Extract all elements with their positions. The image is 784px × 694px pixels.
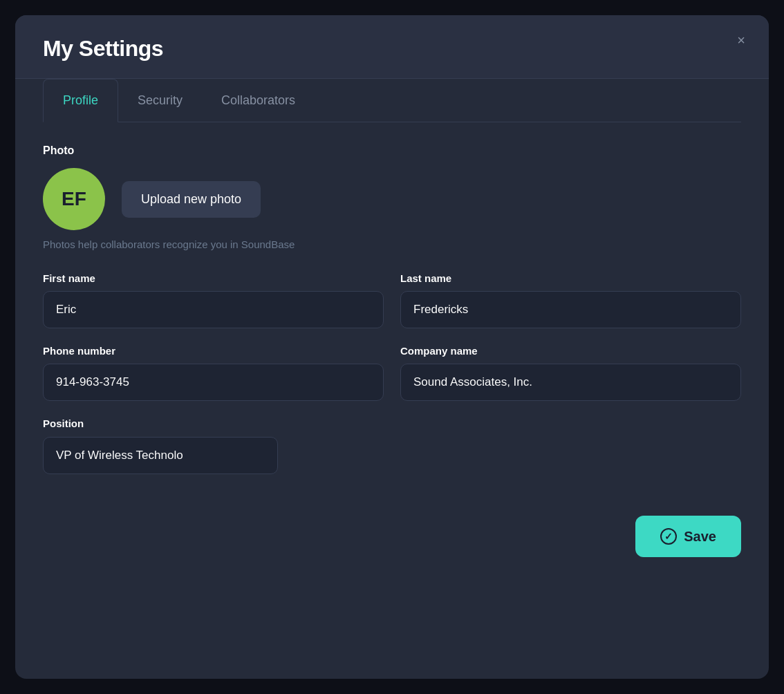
first-name-group: First name (43, 272, 384, 328)
last-name-label: Last name (400, 272, 741, 284)
position-input[interactable] (43, 437, 278, 474)
tab-collaborators[interactable]: Collaborators (202, 79, 315, 122)
company-input[interactable] (400, 364, 741, 401)
last-name-group: Last name (400, 272, 741, 328)
modal-footer: ✓ Save (43, 502, 741, 557)
photo-hint: Photos help collaborators recognize you … (43, 238, 741, 250)
modal-body: Profile Security Collaborators Photo EF … (15, 79, 769, 585)
photo-row: EF Upload new photo (43, 168, 741, 230)
phone-label: Phone number (43, 345, 384, 357)
position-label: Position (43, 418, 84, 429)
phone-input[interactable] (43, 364, 384, 401)
phone-company-row: Phone number Company name (43, 345, 741, 401)
phone-group: Phone number (43, 345, 384, 401)
settings-modal: My Settings × Profile Security Collabora… (15, 15, 769, 679)
tab-profile[interactable]: Profile (43, 79, 118, 122)
save-label: Save (684, 529, 716, 545)
first-name-label: First name (43, 272, 384, 284)
close-button[interactable]: × (730, 29, 752, 51)
tab-security[interactable]: Security (118, 79, 202, 122)
last-name-input[interactable] (400, 291, 741, 328)
tabs-container: Profile Security Collaborators (43, 79, 741, 122)
first-name-input[interactable] (43, 291, 384, 328)
check-icon: ✓ (660, 528, 677, 545)
save-button[interactable]: ✓ Save (635, 516, 741, 557)
modal-overlay: My Settings × Profile Security Collabora… (0, 0, 784, 694)
modal-header: My Settings × (15, 15, 769, 79)
photo-section-label: Photo (43, 144, 741, 157)
avatar: EF (43, 168, 105, 230)
position-row: Position (43, 418, 741, 474)
company-group: Company name (400, 345, 741, 401)
upload-photo-button[interactable]: Upload new photo (122, 181, 261, 218)
modal-title: My Settings (43, 36, 741, 62)
photo-section: Photo EF Upload new photo Photos help co… (43, 144, 741, 250)
company-label: Company name (400, 345, 741, 357)
name-row: First name Last name (43, 272, 741, 328)
